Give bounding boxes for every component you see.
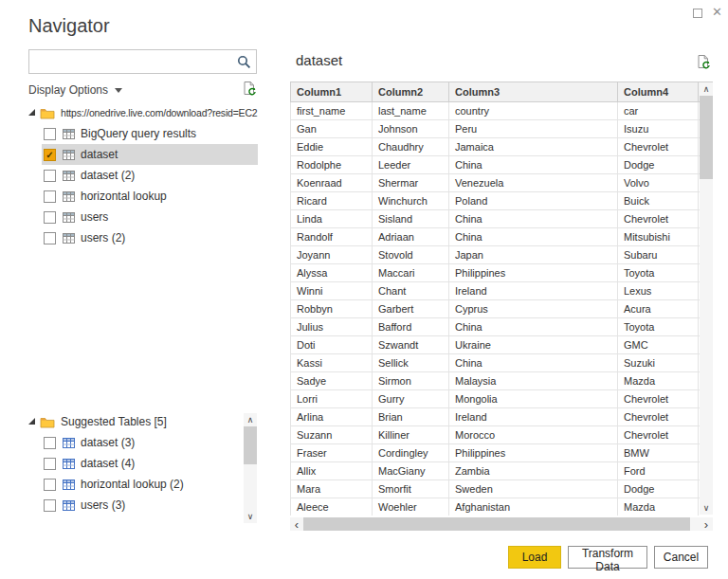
scroll-up-icon[interactable] <box>244 413 257 426</box>
scrollbar-thumb[interactable] <box>303 517 690 531</box>
collapse-icon[interactable] <box>28 109 35 116</box>
load-button[interactable]: Load <box>508 546 561 569</box>
suggested-item-list: dataset (3)dataset (4)horizontal lookup … <box>28 432 243 516</box>
checkbox-dataset[interactable] <box>44 149 56 161</box>
table-cell: Winni <box>291 282 373 300</box>
checkbox-dataset-2[interactable] <box>44 170 56 182</box>
scrollbar-thumb[interactable] <box>700 96 713 179</box>
collapse-icon[interactable] <box>28 418 35 425</box>
scroll-right-icon[interactable] <box>700 517 713 531</box>
transform-data-button[interactable]: Transform Data <box>568 546 647 569</box>
table-cell: China <box>449 354 618 372</box>
search-input[interactable] <box>29 50 231 73</box>
refresh-icon[interactable] <box>242 81 257 100</box>
table-cell: Stovold <box>373 246 449 264</box>
table-cell: Mazda <box>618 372 699 390</box>
tree-item-horizontal-lookup[interactable]: horizontal lookup <box>42 186 258 207</box>
table-cell: Shermar <box>373 174 449 192</box>
checkbox-horizontal-lookup-2[interactable] <box>44 479 56 491</box>
table-cell: Mitsubishi <box>618 228 699 246</box>
cancel-button[interactable]: Cancel <box>654 546 708 569</box>
table-cell: Alyssa <box>291 264 373 282</box>
scroll-down-icon[interactable] <box>700 501 713 515</box>
table-cell: Toyota <box>618 318 699 336</box>
table-cell: Maccari <box>373 264 449 282</box>
scrollbar-track[interactable] <box>244 426 257 510</box>
table-cell: Chaudhry <box>373 138 449 156</box>
table-cell: Joyann <box>291 246 373 264</box>
table-cell: Chevrolet <box>618 390 699 408</box>
chevron-down-icon[interactable] <box>115 88 122 93</box>
checkbox-dataset-4[interactable] <box>44 458 56 470</box>
table-row: first_namelast_namecountrycar <box>291 102 714 120</box>
table-cell: MacGiany <box>373 462 449 480</box>
checkbox-dataset-3[interactable] <box>44 437 56 449</box>
table-cell: Dodge <box>618 480 699 498</box>
table-cell: BMW <box>618 444 699 462</box>
table-cell: Philippines <box>449 444 618 462</box>
tree-root-onedrive[interactable]: https://onedrive.live.com/download?resid… <box>28 102 258 123</box>
table-cell: China <box>449 228 618 246</box>
table-icon <box>63 479 75 490</box>
tree-item-dataset-3[interactable]: dataset (3) <box>42 432 243 453</box>
table-icon <box>63 129 75 139</box>
tree-item-dataset-2[interactable]: dataset (2) <box>42 165 258 186</box>
suggested-scrollbar[interactable] <box>244 413 257 523</box>
table-header-row: Column1Column2Column3Column4C <box>291 82 714 102</box>
scrollbar-track[interactable] <box>700 96 713 501</box>
checkbox-horizontal-lookup[interactable] <box>44 190 56 203</box>
checkbox-users[interactable] <box>44 211 56 224</box>
tree-item-horizontal-lookup-2[interactable]: horizontal lookup (2) <box>42 474 243 495</box>
checkbox-users-3[interactable] <box>44 499 56 512</box>
table-cell: first_name <box>291 102 373 120</box>
table-cell: Ukraine <box>449 336 618 354</box>
table-row: AllixMacGianyZambiaFord <box>291 462 714 480</box>
source-tree: https://onedrive.live.com/download?resid… <box>28 102 258 248</box>
table-cell: Afghanistan <box>449 498 618 516</box>
table-cell: Garbert <box>373 300 449 318</box>
table-row: GanJohnsonPeruIsuzu <box>291 120 714 138</box>
tree-item-dataset[interactable]: dataset <box>42 144 258 165</box>
table-row: SuzannKillinerMoroccoChevrolet <box>291 426 714 444</box>
table-icon <box>63 459 75 469</box>
tree-item-label: horizontal lookup (2) <box>81 478 184 491</box>
display-options-dropdown[interactable]: Display Options <box>28 83 108 97</box>
scroll-up-icon[interactable] <box>700 82 713 96</box>
preview-table: Column1Column2Column3Column4C first_name… <box>290 81 713 516</box>
scroll-left-icon[interactable] <box>290 517 303 531</box>
table-cell: Leeder <box>373 156 449 174</box>
search-icon[interactable] <box>231 55 256 69</box>
scrollbar-track[interactable] <box>303 517 700 531</box>
search-box[interactable] <box>28 49 257 74</box>
maximize-icon[interactable] <box>693 9 702 18</box>
scrollbar-thumb[interactable] <box>244 426 257 464</box>
column-header-column4: Column4 <box>618 82 699 102</box>
preview-horizontal-scrollbar[interactable] <box>290 517 713 531</box>
table-row: LindaSislandChinaChevrolet <box>291 210 714 228</box>
checkbox-users-2[interactable] <box>44 232 56 244</box>
table-cell: Poland <box>449 192 618 210</box>
tree-item-users[interactable]: users <box>42 207 258 227</box>
folder-icon <box>40 416 55 428</box>
scroll-down-icon[interactable] <box>244 510 257 523</box>
checkbox-bigquery-query-results[interactable] <box>44 128 56 140</box>
table-cell: last_name <box>373 102 449 120</box>
tree-item-users-2[interactable]: users (2) <box>42 227 258 248</box>
tree-item-label: BigQuery query results <box>81 127 196 140</box>
tree-root-suggested[interactable]: Suggested Tables [5] <box>28 411 243 432</box>
refresh-icon[interactable] <box>696 54 711 73</box>
table-cell: Gan <box>291 120 373 138</box>
close-icon[interactable] <box>712 5 722 19</box>
table-row: JoyannStovoldJapanSubaru <box>291 246 714 264</box>
table-cell: Malaysia <box>449 372 618 390</box>
table-cell: Suzuki <box>618 354 699 372</box>
table-cell: Johnson <box>373 120 449 138</box>
tree-item-users-3[interactable]: users (3) <box>42 495 243 516</box>
tree-item-dataset-4[interactable]: dataset (4) <box>42 453 243 474</box>
table-cell: Toyota <box>618 264 699 282</box>
table-cell: Gurry <box>373 390 449 408</box>
table-cell: Ireland <box>449 282 618 300</box>
table-cell: Sadye <box>291 372 373 390</box>
preview-vertical-scrollbar[interactable] <box>700 82 713 515</box>
tree-item-bigquery-query-results[interactable]: BigQuery query results <box>42 123 258 144</box>
